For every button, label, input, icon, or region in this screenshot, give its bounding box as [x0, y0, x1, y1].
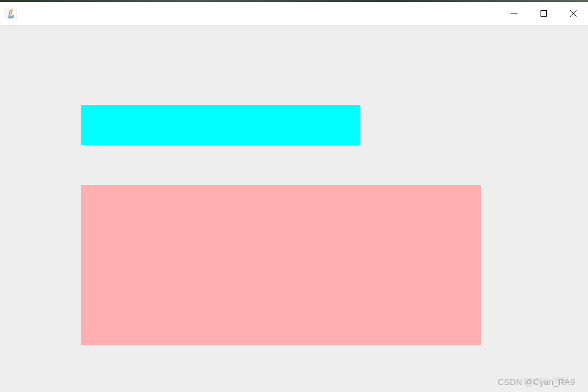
pink-rectangle: [81, 185, 481, 345]
close-button[interactable]: [559, 2, 588, 25]
titlebar[interactable]: [0, 2, 588, 26]
cyan-rectangle: [81, 105, 360, 145]
canvas-area: 51CTO 博客 CSDN @Cyan_RA9: [0, 26, 588, 392]
maximize-button[interactable]: [529, 2, 559, 25]
svg-rect-0: [5, 8, 17, 19]
minimize-button[interactable]: [500, 2, 529, 25]
java-app-icon: [5, 8, 17, 19]
close-icon: [570, 10, 576, 17]
maximize-icon: [541, 10, 547, 17]
minimize-icon: [511, 10, 517, 17]
svg-rect-4: [541, 11, 547, 17]
watermark-text: CSDN @Cyan_RA9: [498, 377, 575, 387]
window-controls: [500, 2, 588, 25]
